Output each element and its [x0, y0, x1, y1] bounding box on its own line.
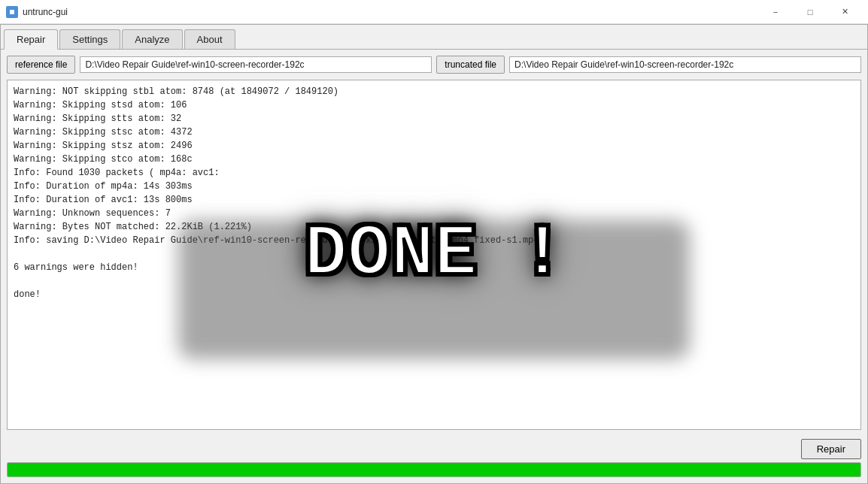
tab-repair[interactable]: Repair [4, 29, 58, 50]
tab-analyze[interactable]: Analyze [122, 29, 182, 49]
log-line: 6 warnings were hidden! [14, 261, 854, 274]
log-area[interactable]: Warning: NOT skipping stbl atom: 8748 (a… [7, 80, 861, 430]
maximize-button[interactable]: □ [793, 0, 827, 24]
log-line: Warning: Skipping stts atom: 32 [14, 112, 854, 126]
tab-settings[interactable]: Settings [59, 29, 120, 49]
title-bar-controls: − □ ✕ [758, 0, 862, 24]
log-line: Info: Found 1030 packets ( mp4a: avc1: [14, 166, 854, 180]
log-line: Warning: Skipping stsc atom: 4372 [14, 126, 854, 139]
log-line: Info: Duration of avc1: 13s 800ms [14, 193, 854, 207]
log-line: Warning: Skipping stsz atom: 2496 [14, 139, 854, 153]
log-line: Warning: Bytes NOT matched: 22.2KiB (1.2… [14, 220, 854, 234]
truncated-file-button[interactable]: truncated file [436, 56, 505, 74]
progress-container [7, 462, 861, 477]
log-line [14, 274, 854, 288]
reference-file-path[interactable] [80, 56, 432, 73]
log-line: Warning: Unknown sequences: 7 [14, 207, 854, 220]
log-line: Warning: NOT skipping stbl atom: 8748 (a… [14, 85, 854, 98]
title-bar: untrunc-gui − □ ✕ [0, 0, 868, 24]
log-content: Warning: NOT skipping stbl atom: 8748 (a… [14, 85, 854, 301]
log-line: Info: Duration of mp4a: 14s 303ms [14, 180, 854, 193]
log-line: done! [14, 288, 854, 301]
title-bar-left: untrunc-gui [6, 6, 68, 18]
log-line [14, 247, 854, 261]
minimize-button[interactable]: − [758, 0, 793, 24]
reference-file-button[interactable]: reference file [7, 56, 75, 74]
progress-bar [8, 463, 860, 476]
repair-button[interactable]: Repair [801, 439, 861, 459]
tab-about[interactable]: About [184, 29, 235, 49]
log-line: Warning: Skipping stco atom: 168c [14, 153, 854, 166]
truncated-file-path[interactable] [509, 56, 861, 73]
app-icon [6, 6, 18, 18]
close-button[interactable]: ✕ [827, 0, 862, 24]
file-row: reference file truncated file [7, 56, 861, 74]
main-window: Repair Settings Analyze About reference … [0, 24, 868, 484]
tab-bar: Repair Settings Analyze About [1, 25, 867, 50]
log-line: Warning: Skipping stsd atom: 106 [14, 98, 854, 112]
log-line: Info: saving D:\Video Repair Guide\ref-w… [14, 234, 854, 247]
tab-content: reference file truncated file Warning: N… [1, 50, 867, 436]
window-title: untrunc-gui [23, 7, 68, 17]
bottom-bar: Repair [1, 436, 867, 462]
svg-rect-1 [10, 10, 14, 14]
